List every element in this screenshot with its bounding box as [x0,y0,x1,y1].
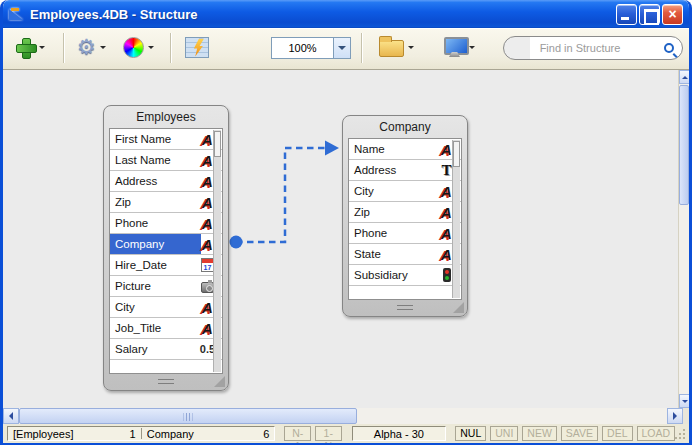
chevron-down-icon [682,400,688,406]
field-row[interactable]: Job_TitleA [110,318,222,339]
scrollbar-thumb[interactable] [453,141,460,167]
search-input[interactable] [504,42,656,54]
close-button[interactable]: × [662,4,683,25]
field-name[interactable]: Last Name [110,150,201,170]
minimize-button[interactable] [616,4,637,25]
field-row[interactable]: CompanyA [110,234,222,255]
add-button[interactable] [11,28,49,66]
scroll-down-button[interactable] [679,394,689,408]
colors-button[interactable] [119,28,158,66]
new-button: NEW [522,426,557,441]
field-row[interactable]: PhoneA [349,223,461,244]
scrollbar-grip-icon [184,413,193,421]
selected-field-label: Company [147,428,254,440]
display-button[interactable] [440,28,479,66]
field-row[interactable]: Last NameA [110,150,222,171]
find-in-structure-field[interactable] [503,36,683,60]
close-icon: × [668,7,676,21]
field-name[interactable]: State [349,244,440,264]
field-row[interactable]: Hire_Date17 [110,255,222,276]
open-button[interactable] [375,28,418,66]
alpha-icon: A [441,247,452,262]
alpha-icon: A [441,142,452,157]
field-row[interactable]: AddressT [349,160,461,181]
table-grip[interactable] [158,379,174,384]
field-row[interactable]: First NameA [110,129,222,150]
relation-line[interactable] [230,141,340,249]
add-icon [15,37,35,57]
field-name[interactable]: Zip [110,192,201,212]
scrollbar-thumb[interactable] [679,85,689,205]
scroll-left-button[interactable] [3,408,19,424]
zoom-combobox[interactable]: 100% [271,37,351,59]
field-name[interactable]: Company [110,234,201,254]
field-name[interactable]: Hire_Date [110,255,201,275]
scrollbar-thumb[interactable] [19,408,357,424]
del-button: DEL [602,426,632,441]
scroll-right-button[interactable] [667,408,683,424]
scrollbar-track[interactable] [19,408,667,424]
field-list: NameAAddressTCityAZipAPhoneAStateASubsid… [348,138,462,300]
field-name[interactable]: Picture [110,276,201,296]
field-name[interactable]: Address [349,160,440,180]
field-row[interactable]: ZipA [349,202,461,223]
table-company[interactable]: Company NameAAddressTCityAZipAPhoneAStat… [342,115,468,317]
field-name[interactable]: Job_Title [110,318,201,338]
field-row[interactable]: NameA [349,139,461,160]
field-row[interactable]: StateA [349,244,461,265]
field-row[interactable]: Salary0.5 [110,339,222,360]
canvas-vertical-scrollbar[interactable] [678,70,689,408]
structure-canvas[interactable]: Employees First NameALast NameAAddressAZ… [3,70,689,408]
field-name[interactable]: Address [110,171,201,191]
table-title[interactable]: Company [343,116,467,138]
table-resize-handle[interactable] [214,376,225,387]
scrollbar-thumb[interactable] [214,131,221,157]
field-row[interactable]: CityA [349,181,461,202]
settings-button[interactable]: ⚙ [73,28,110,66]
gear-icon: ⚙ [77,37,96,57]
field-row[interactable]: ZipA [110,192,222,213]
scroll-up-button[interactable] [679,70,689,84]
maximize-button[interactable] [639,4,660,25]
n-1-button: N-1 [284,426,311,441]
attribute-buttons: NULUNINEWSAVEDELLOAD [455,426,675,441]
field-row[interactable]: Picture [110,276,222,297]
field-row[interactable]: PhoneA [110,213,222,234]
field-name[interactable]: City [110,297,201,317]
alpha-icon: A [202,237,213,252]
relation-origin-dot[interactable] [230,236,243,249]
alpha-icon: A [202,132,213,147]
field-name[interactable]: Name [349,139,440,159]
table-scrollbar[interactable] [452,140,460,298]
alpha-icon: A [441,205,452,220]
table-scrollbar[interactable] [213,130,221,372]
zoom-dropdown-button[interactable] [333,38,350,58]
window-resize-grip[interactable] [675,429,685,439]
search-button[interactable] [656,37,682,59]
field-row[interactable]: AddressA [110,171,222,192]
triggers-button[interactable] [181,28,213,66]
table-grip[interactable] [397,305,413,310]
field-name[interactable]: First Name [110,129,201,149]
field-name[interactable]: City [349,181,440,201]
field-name[interactable]: Phone [349,223,440,243]
1-n-button: 1-N [315,426,342,441]
divider [141,428,142,439]
field-row[interactable]: Subsidiary [349,265,461,286]
table-employees[interactable]: Employees First NameALast NameAAddressAZ… [103,105,229,391]
field-name[interactable]: Subsidiary [349,265,440,285]
field-list: First NameALast NameAAddressAZipAPhoneAC… [109,128,223,374]
field-name[interactable]: Phone [110,213,201,233]
field-row[interactable]: CityA [110,297,222,318]
canvas-horizontal-scrollbar[interactable] [3,408,689,424]
selected-table-label: [Employees] [13,428,120,440]
alpha-icon: A [202,195,213,210]
title-bar[interactable]: Employees.4DB - Structure × [3,0,689,28]
app-icon [9,7,25,21]
field-name[interactable]: Salary [110,339,201,359]
nul-button[interactable]: NUL [455,426,486,441]
field-name[interactable]: Zip [349,202,440,222]
table-resize-handle[interactable] [453,302,464,313]
table-title[interactable]: Employees [104,106,228,128]
chevron-down-icon [39,46,45,52]
